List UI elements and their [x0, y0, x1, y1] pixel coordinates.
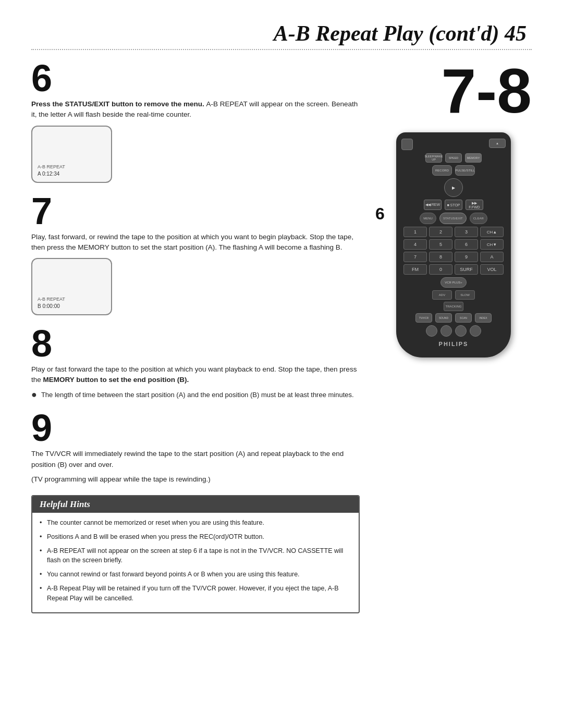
eject-button[interactable]: ▲	[489, 139, 506, 148]
step-6-text: Press the STATUS/EXIT button to remove t…	[31, 99, 360, 120]
num-9[interactable]: 9	[455, 252, 478, 262]
record-button[interactable]: RECORD	[432, 165, 452, 176]
hint-4: You cannot rewind or fast forward beyond…	[40, 570, 351, 579]
tracking-row: TRACKING	[401, 302, 506, 311]
vol-button[interactable]: VOL	[480, 264, 504, 275]
num-7[interactable]: 7	[403, 252, 427, 262]
step-8-number: 8	[31, 325, 360, 362]
step-78-number: 7-8	[375, 59, 532, 122]
ch-down[interactable]: CH▼	[480, 239, 504, 250]
num-3[interactable]: 3	[455, 227, 478, 237]
surf-button[interactable]: SURF	[455, 264, 478, 275]
round-btn-3[interactable]	[455, 325, 467, 337]
sleep-button[interactable]: SLEEP/WAKE UP	[425, 153, 442, 163]
slow-button[interactable]: SLOW	[455, 290, 475, 300]
num-2[interactable]: 2	[429, 227, 452, 237]
hint-1: The counter cannot be memorized or reset…	[40, 518, 351, 528]
step-8-text: Play or fast forward the tape to the pos…	[31, 364, 360, 386]
hint-3: A-B REPEAT will not appear on the screen…	[40, 546, 351, 566]
speed-button[interactable]: SPEED	[445, 153, 462, 163]
top-right-btns: ▲	[469, 139, 506, 148]
scan-button[interactable]: SCAN	[455, 313, 472, 323]
sleep-row: SLEEP/WAKE UP SPEED MEMORY	[401, 153, 506, 163]
philips-brand: PHILIPS	[401, 341, 506, 347]
play-button[interactable]: ▶	[444, 178, 463, 197]
step-7-section: 7 Play, fast forward, or rewind the tape…	[31, 192, 360, 316]
tracking-button[interactable]: TRACKING	[444, 302, 463, 311]
last-round-row	[401, 325, 506, 337]
sound-button[interactable]: SOUND	[435, 313, 452, 323]
round-btn-2[interactable]	[440, 325, 452, 337]
screen-text-step6: A-B REPEAT A 0:12:34	[38, 164, 106, 178]
record-row: RECORD PULSE/STILL	[401, 165, 506, 176]
divider	[31, 49, 532, 50]
screen-mockup-step7: A-B REPEAT B 0:00:00	[31, 258, 112, 315]
transport-row: ◀◀ REW ■ STOP ▶▶ F.FWD	[401, 200, 506, 210]
adv-row: ADV SLOW	[401, 290, 506, 300]
num-1[interactable]: 1	[403, 227, 427, 237]
stop-button[interactable]: ■ STOP	[445, 200, 462, 210]
hint-5: A-B Repeat Play will be retained if you …	[40, 584, 351, 603]
right-column: 7-8 6 ▲ SLEEP/WAKE UP SPEED	[375, 59, 532, 613]
remote-control: ▲ SLEEP/WAKE UP SPEED MEMORY RECORD PULS…	[396, 132, 511, 357]
index-button[interactable]: INDEX	[475, 313, 492, 323]
page-title: A-B Repeat Play (cont'd) 45	[31, 21, 532, 46]
num-4[interactable]: 4	[403, 239, 427, 250]
hints-body: The counter cannot be memorized or reset…	[32, 513, 359, 612]
hint-2: Positions A and B will be erased when yo…	[40, 532, 351, 542]
vcr-plus-button[interactable]: VCR PLUS+	[440, 277, 467, 288]
menu-row: MENU STATUS/EXIT CLEAR	[401, 213, 506, 224]
step-6-number: 6	[31, 59, 360, 97]
step-9-section: 9 The TV/VCR will immediately rewind the…	[31, 409, 360, 485]
remote-top-row: ▲	[401, 139, 506, 150]
status-exit-button[interactable]: STATUS/EXIT	[439, 213, 467, 224]
bottom-small-row: TV/VCR SOUND SCAN INDEX	[401, 313, 506, 323]
step-7-text: Play, fast forward, or rewind the tape t…	[31, 232, 360, 253]
menu-button[interactable]: MENU	[420, 213, 436, 224]
step-7-number: 7	[31, 192, 360, 230]
hints-title: Helpful Hints	[32, 496, 359, 513]
page: A-B Repeat Play (cont'd) 45 6 Press the …	[0, 0, 563, 728]
helpful-hints-box: Helpful Hints The counter cannot be memo…	[31, 495, 360, 613]
play-row: ▶	[401, 178, 506, 197]
round-btn-1[interactable]	[426, 325, 437, 337]
clear-button[interactable]: CLEAR	[470, 213, 487, 224]
screen-mockup-step6: A-B REPEAT A 0:12:34	[31, 126, 112, 183]
step-9-text2: (TV programming will appear while the ta…	[31, 474, 360, 485]
memory-button[interactable]: MEMORY	[465, 153, 482, 163]
step-6-section: 6 Press the STATUS/EXIT button to remove…	[31, 59, 360, 183]
step-9-text: The TV/VCR will immediately rewind the t…	[31, 449, 360, 470]
rew-button[interactable]: ◀◀ REW	[424, 200, 442, 210]
step-8-section: 8 Play or fast forward the tape to the p…	[31, 325, 360, 400]
ffwd-button[interactable]: ▶▶ F.FWD	[466, 200, 483, 210]
num-6[interactable]: 6	[455, 239, 478, 250]
ch-up[interactable]: CH▲	[480, 227, 504, 237]
vcr-plus-row: VCR PLUS+	[401, 277, 506, 288]
round-btn-4[interactable]	[470, 325, 481, 337]
screen-text-step7: A-B REPEAT B 0:00:00	[38, 296, 106, 310]
step-6-indicator: 6	[375, 204, 385, 224]
main-layout: 6 Press the STATUS/EXIT button to remove…	[31, 59, 532, 613]
a-button[interactable]: A	[480, 252, 504, 262]
left-column: 6 Press the STATUS/EXIT button to remove…	[31, 59, 360, 613]
step-9-number: 9	[31, 409, 360, 447]
bullet-dot: ●	[31, 390, 37, 400]
fm-button[interactable]: FM	[403, 264, 427, 275]
adv-button[interactable]: ADV	[432, 290, 452, 300]
remote-wrapper: 6 ▲ SLEEP/WAKE UP SPEED MEMORY	[396, 127, 511, 357]
pulse-still-button[interactable]: PULSE/STILL	[455, 165, 475, 176]
num-5[interactable]: 5	[429, 239, 452, 250]
numpad: 1 2 3 CH▲ 4 5 6 CH▼ 7 8 9 A FM 0	[403, 227, 504, 275]
tv-vcr-button[interactable]: TV/VCR	[415, 313, 432, 323]
num-0[interactable]: 0	[429, 264, 452, 275]
step-8-bullet: ● The length of time between the start p…	[31, 390, 360, 400]
num-8[interactable]: 8	[429, 252, 452, 262]
power-button[interactable]	[401, 139, 413, 150]
